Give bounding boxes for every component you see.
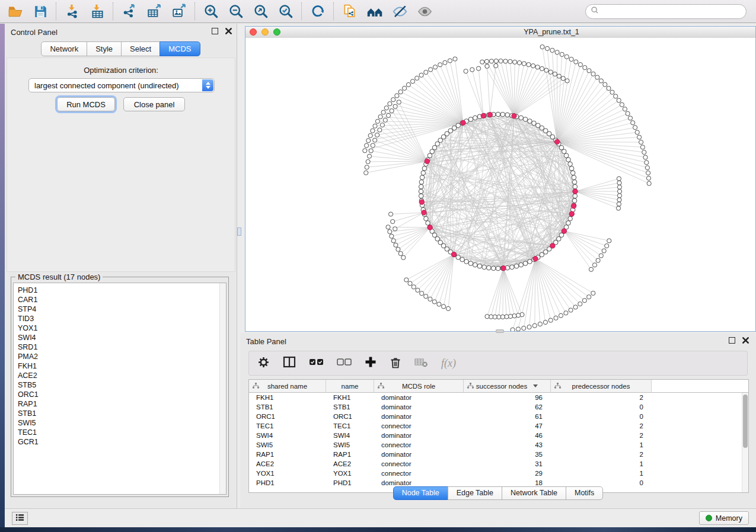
import-table-button[interactable] [89, 3, 106, 20]
tab-network[interactable]: Network [41, 41, 87, 56]
table-row[interactable]: ORC1ORC1dominator610 [249, 412, 742, 421]
table-row[interactable]: FKH1FKH1dominator962 [249, 393, 742, 402]
mcds-result-list[interactable]: PHD1CAR1STP4TID3YOX1SWI4SRD1PMA2FKH1ACE2… [13, 283, 227, 495]
plus-icon [365, 356, 377, 370]
table-cell-shared-name: TEC1 [249, 421, 326, 431]
show-all-button[interactable] [416, 3, 433, 20]
task-history-button[interactable] [12, 512, 28, 525]
table-cell-predecessor-nodes: 2 [551, 450, 652, 459]
close-panel-button[interactable]: Close panel [123, 97, 185, 111]
mcds-result-item[interactable]: PMA2 [14, 352, 220, 361]
network-graph[interactable] [245, 38, 755, 331]
tab-select[interactable]: Select [121, 41, 160, 56]
zoom-in-button[interactable] [203, 3, 219, 20]
window-close-light[interactable] [250, 28, 257, 36]
open-session-button[interactable] [7, 3, 24, 20]
zoom-fit-button[interactable] [253, 3, 269, 20]
mcds-result-item[interactable]: GCR1 [14, 437, 220, 447]
optimization-criterion-select[interactable]: largest connected component (undirected) [28, 78, 215, 92]
table-row[interactable]: RAP1RAP1dominator352 [249, 450, 742, 459]
mcds-result-item[interactable]: STB1 [14, 409, 220, 418]
memory-button[interactable]: Memory [699, 511, 749, 525]
network-window-titlebar[interactable]: YPA_prune.txt_1 [245, 27, 755, 39]
table-cell-successor-nodes: 43 [464, 440, 551, 450]
duplicate-network-button[interactable] [342, 3, 358, 20]
tab-network-table[interactable]: Network Table [502, 486, 566, 500]
mcds-result-item[interactable]: STB5 [14, 380, 220, 390]
tab-edge-table[interactable]: Edge Table [448, 486, 502, 500]
tab-node-table[interactable]: Node Table [393, 486, 448, 500]
column-header-successor-nodes[interactable]: successor nodes [464, 380, 551, 392]
mcds-result-item[interactable]: TID3 [14, 314, 220, 323]
delete-column-button[interactable] [390, 355, 401, 371]
mcds-result-item[interactable]: TEC1 [14, 428, 220, 437]
hide-selected-button[interactable] [391, 3, 408, 20]
search-input[interactable] [602, 7, 741, 16]
mcds-result-item[interactable]: ACE2 [14, 371, 220, 380]
vertical-splitter-handle[interactable] [237, 227, 241, 236]
mcds-result-item[interactable]: SWI5 [14, 418, 220, 428]
table-cell-name: RAP1 [326, 450, 374, 459]
float-panel-button[interactable] [212, 28, 218, 34]
window-minimize-light[interactable] [261, 28, 269, 36]
close-panel-icon-button[interactable] [225, 28, 232, 34]
mcds-result-item[interactable]: STP4 [14, 305, 220, 314]
memory-label: Memory [716, 514, 742, 523]
export-image-button[interactable] [171, 3, 187, 20]
table-cell-mcds-role: connector [374, 440, 464, 450]
mcds-list-scrollbar[interactable] [219, 283, 226, 494]
run-mcds-button[interactable]: Run MCDS [57, 97, 115, 111]
table-scrollbar-thumb[interactable] [743, 395, 748, 448]
table-cell-successor-nodes: 46 [464, 431, 551, 440]
save-session-button[interactable] [32, 3, 49, 20]
mcds-result-item[interactable]: CAR1 [14, 295, 220, 305]
network-column-icon [253, 383, 259, 390]
table-row[interactable]: TEC1TEC1connector472 [249, 421, 742, 431]
mcds-result-item[interactable]: FKH1 [14, 361, 220, 371]
tab-style[interactable]: Style [87, 41, 122, 56]
column-header-shared-name[interactable]: shared name [249, 380, 326, 392]
float-table-panel-button[interactable] [729, 337, 735, 344]
table-scrollbar[interactable] [742, 393, 748, 492]
table-cell-name: ACE2 [326, 459, 374, 469]
column-header-predecessor-nodes[interactable]: predecessor nodes [551, 380, 652, 392]
add-column-button[interactable] [365, 355, 377, 371]
close-table-panel-button[interactable] [742, 337, 749, 344]
toggle-column-view-button[interactable] [283, 355, 296, 371]
function-builder-button-disabled: f(x) [441, 355, 456, 371]
mcds-result-item[interactable]: RAP1 [14, 399, 220, 409]
mcds-result-item[interactable]: SWI4 [14, 333, 220, 342]
tab-motifs[interactable]: Motifs [566, 486, 603, 500]
table-cell-successor-nodes: 96 [464, 393, 551, 402]
export-table-button[interactable] [146, 3, 162, 20]
table-row[interactable]: SWI4SWI4dominator462 [249, 431, 742, 440]
tab-mcds[interactable]: MCDS [160, 41, 200, 56]
column-header-MCDS-role[interactable]: MCDS role [374, 380, 464, 392]
column-header-name[interactable]: name [326, 380, 374, 392]
table-cell-mcds-role: dominator [374, 450, 464, 459]
zoom-selected-button[interactable] [277, 3, 294, 20]
network-canvas[interactable] [245, 38, 755, 331]
table-settings-button[interactable] [257, 355, 270, 371]
select-all-button[interactable] [309, 355, 324, 371]
export-network-button[interactable] [121, 3, 138, 20]
first-neighbors-button[interactable] [366, 3, 383, 20]
refresh-view-button[interactable] [310, 3, 326, 20]
search-icon [591, 6, 599, 17]
zoom-out-button[interactable] [228, 3, 244, 20]
table-row[interactable]: SWI5SWI5connector431 [249, 440, 742, 450]
table-row[interactable]: ACE2ACE2connector311 [249, 459, 742, 469]
table-row[interactable]: YOX1YOX1connector291 [249, 469, 742, 478]
window-zoom-light[interactable] [273, 28, 280, 36]
mcds-result-item[interactable]: SRD1 [14, 342, 220, 352]
mcds-result-item[interactable]: ORC1 [14, 390, 220, 399]
import-network-button[interactable] [64, 3, 81, 20]
desktop-background-bottom [0, 527, 756, 532]
table-cell-successor-nodes: 61 [464, 412, 551, 421]
network-window-title: YPA_prune.txt_1 [524, 28, 579, 36]
search-box[interactable] [585, 4, 747, 19]
mcds-result-item[interactable]: YOX1 [14, 323, 220, 333]
deselect-all-button[interactable] [337, 355, 352, 371]
mcds-result-item[interactable]: PHD1 [14, 286, 220, 295]
table-row[interactable]: STB1STB1dominator620 [249, 402, 742, 412]
